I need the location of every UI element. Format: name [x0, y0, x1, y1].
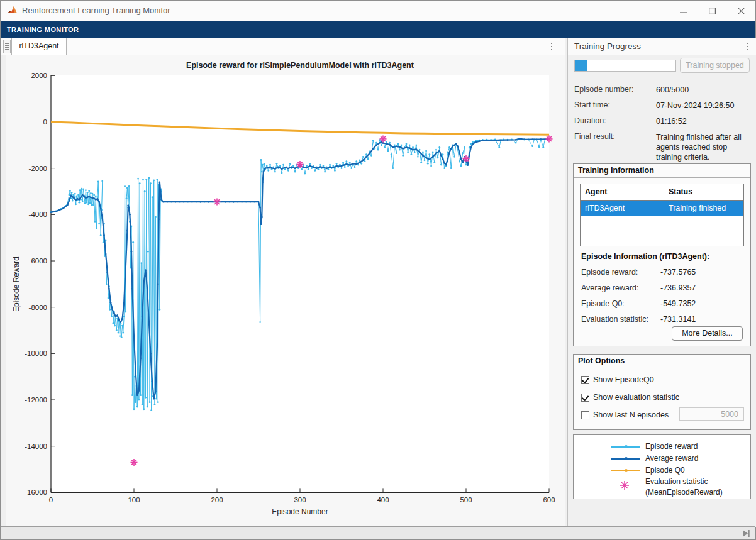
field-label: Episode reward: — [581, 268, 638, 277]
svg-text:Episode reward for rlSimplePen: Episode reward for rlSimplePendulumModel… — [186, 61, 414, 70]
panel-actions-kebab-icon[interactable] — [742, 40, 753, 53]
field-value: 07-Nov-2024 19:26:50 — [656, 101, 753, 111]
field-value: -549.7352 — [660, 299, 696, 308]
field-value: 01:16:52 — [656, 116, 753, 126]
svg-text:500: 500 — [460, 496, 472, 504]
svg-text:-12000: -12000 — [25, 396, 47, 404]
training-progress-panel: Training Progress Training stopped Episo… — [567, 38, 756, 527]
agent-cell: rlTD3Agent — [581, 201, 664, 216]
field-value: -736.9357 — [660, 284, 696, 292]
legend-label: Episode Q0 — [645, 465, 685, 476]
maximize-icon — [709, 8, 716, 14]
svg-text:-14000: -14000 — [25, 443, 47, 450]
figure-area: 20000-2000-4000-6000-8000-10000-12000-14… — [6, 55, 565, 526]
agent-status-table: Agent Status rlTD3Agent Training finishe… — [580, 184, 744, 246]
field-value: -737.5765 — [660, 268, 696, 277]
svg-text:2000: 2000 — [31, 72, 47, 79]
n-episodes-input[interactable] — [679, 407, 744, 421]
checkbox-label: Show EpisodeQ0 — [593, 375, 654, 384]
svg-text:-16000: -16000 — [25, 488, 47, 496]
svg-text:Episode Reward: Episode Reward — [12, 256, 21, 312]
legend-marker-dot — [625, 445, 628, 448]
legend-item-episode-q0: Episode Q0 — [574, 465, 750, 477]
close-icon — [738, 8, 745, 14]
evaluation-statistic-row: Evaluation statistic: -731.3141 — [581, 315, 648, 324]
duration-row: Duration: 01:16:52 — [574, 116, 752, 125]
field-value: 600/5000 — [656, 85, 753, 95]
legend-label: Evaluation statistic(MeanEpisodeReward) — [645, 477, 723, 498]
svg-text:0: 0 — [43, 118, 47, 126]
tab-training-monitor[interactable]: TRAINING MONITOR — [7, 21, 79, 38]
collapse-panel-icon[interactable] — [742, 529, 750, 537]
more-details-button[interactable]: More Details... — [672, 326, 743, 341]
show-last-n-episodes-checkbox[interactable]: Show last N episodes — [581, 410, 669, 420]
svg-text:400: 400 — [377, 496, 389, 504]
checkbox-label: Show evaluation statistic — [593, 393, 679, 402]
training-information-card: Training Information Agent Status rlTD3A… — [573, 163, 751, 346]
svg-text:0: 0 — [49, 496, 53, 504]
legend-item-episode-reward: Episode reward — [574, 441, 750, 453]
field-value: -731.3141 — [660, 315, 696, 324]
window-title: Reinforcement Learning Training Monitor — [22, 1, 170, 21]
status-column-header: Status — [664, 184, 743, 200]
status-bar — [1, 526, 755, 539]
field-label: Episode number: — [574, 85, 634, 94]
app-window: Reinforcement Learning Training Monitor … — [0, 0, 756, 540]
svg-text:Episode Number: Episode Number — [272, 507, 328, 516]
field-label: Start time: — [574, 101, 610, 109]
episode-reward-row: Episode reward: -737.5765 — [581, 268, 638, 277]
plot-options-card: Plot Options Show EpisodeQ0 Show evaluat… — [573, 354, 751, 430]
field-label: Final result: — [574, 132, 615, 141]
chart-legend-card: Episode reward Average reward Episode Q0 — [573, 434, 751, 499]
training-stopped-button[interactable]: Training stopped — [680, 58, 750, 73]
svg-text:-4000: -4000 — [29, 211, 47, 218]
show-evaluation-statistic-checkbox[interactable]: Show evaluation statistic — [581, 392, 679, 402]
title-bar: Reinforcement Learning Training Monitor — [1, 1, 755, 21]
document-bar-grip[interactable] — [3, 40, 11, 53]
episode-number-row: Episode number: 600/5000 — [574, 85, 752, 94]
document-tab-bar: rlTD3Agent — [1, 38, 565, 55]
close-button[interactable] — [726, 1, 755, 21]
legend-label: Average reward — [645, 453, 699, 464]
episode-q0-row: Episode Q0: -549.7352 — [581, 299, 625, 308]
svg-text:200: 200 — [211, 496, 223, 504]
svg-text:100: 100 — [128, 496, 140, 504]
start-time-row: Start time: 07-Nov-2024 19:26:50 — [574, 101, 752, 109]
tab-rltd3agent[interactable]: rlTD3Agent — [11, 38, 67, 55]
svg-text:-10000: -10000 — [25, 350, 47, 357]
maximize-button[interactable] — [698, 1, 726, 21]
svg-text:-2000: -2000 — [29, 165, 47, 172]
field-label: Duration: — [574, 116, 606, 125]
training-chart: 20000-2000-4000-6000-8000-10000-12000-14… — [6, 55, 565, 526]
document-actions-kebab-icon[interactable] — [546, 40, 557, 53]
legend-marker-dot — [625, 469, 628, 472]
agent-column-header: Agent — [581, 184, 664, 200]
field-label: Average reward: — [581, 284, 639, 292]
svg-text:300: 300 — [294, 496, 306, 504]
field-label: Episode Q0: — [581, 299, 625, 308]
checkbox-label: Show last N episodes — [593, 411, 669, 419]
matlab-logo-icon — [7, 5, 18, 16]
svg-text:-6000: -6000 — [29, 257, 47, 265]
svg-text:-8000: -8000 — [29, 304, 47, 311]
show-episodeq0-checkbox[interactable]: Show EpisodeQ0 — [581, 375, 654, 385]
panel-header: Training Progress — [568, 38, 756, 55]
minimize-button[interactable] — [669, 1, 698, 21]
final-result-row: Final result: Training finished after al… — [574, 132, 752, 141]
field-value: Training finished after all agents reach… — [656, 132, 753, 162]
checkbox-icon — [581, 394, 589, 402]
plot-options-title: Plot Options — [574, 355, 750, 368]
table-row[interactable]: rlTD3Agent Training finished — [581, 201, 743, 216]
svg-text:600: 600 — [543, 496, 555, 504]
average-reward-row: Average reward: -736.9357 — [581, 284, 639, 292]
legend-asterisk-icon — [620, 480, 630, 490]
progress-fill — [575, 60, 587, 71]
status-cell: Training finished — [664, 201, 743, 216]
minimize-icon — [680, 8, 687, 14]
legend-item-evaluation-statistic: Evaluation statistic(MeanEpisodeReward) — [574, 477, 750, 497]
checkbox-icon — [581, 411, 589, 419]
field-label: Evaluation statistic: — [581, 315, 648, 324]
table-header-row: Agent Status — [581, 184, 743, 201]
training-information-title: Training Information — [574, 164, 750, 178]
legend-item-average-reward: Average reward — [574, 453, 750, 465]
